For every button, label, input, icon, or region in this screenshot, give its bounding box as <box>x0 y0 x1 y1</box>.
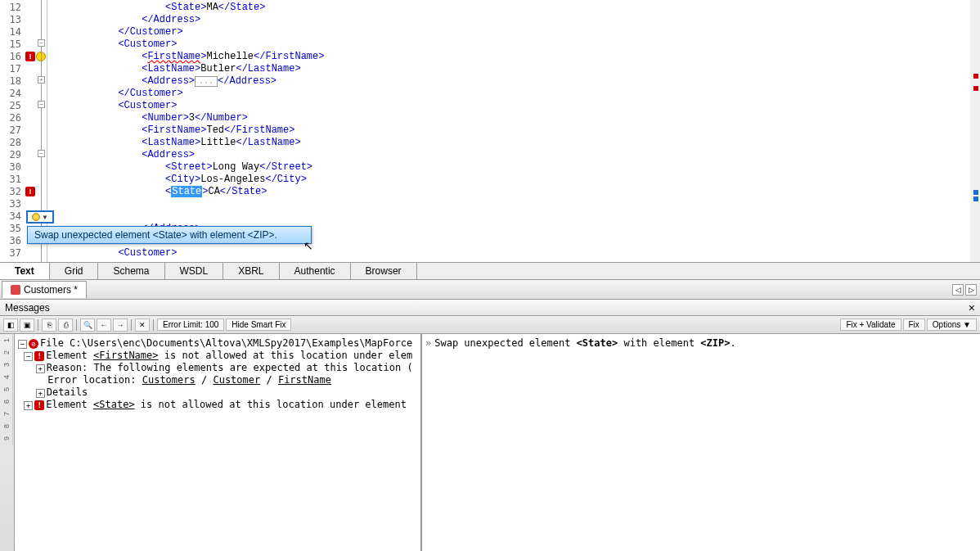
smartfix-suggestion[interactable]: Swap unexpected element <State> with ele… <box>27 226 312 244</box>
document-tab-bar: Customers * ◁ ▷ <box>0 280 980 300</box>
fold-toggle[interactable] <box>38 150 45 157</box>
document-tab-label: Customers * <box>24 284 78 296</box>
toolbar-button[interactable]: ◧ <box>3 318 18 332</box>
fold-toggle[interactable] <box>38 76 45 84</box>
smartfix-dropdown-button[interactable]: ▼ <box>26 210 54 224</box>
annotation-ruler[interactable] <box>970 0 980 262</box>
messages-toolbar: ◧ ▣ ⎘ ⎙ 🔍 ← → ✕ Error Limit: 100 Hide Sm… <box>0 316 980 334</box>
close-icon[interactable]: × <box>969 301 975 314</box>
document-tab[interactable]: Customers * <box>2 281 87 298</box>
location-mark[interactable] <box>973 190 978 195</box>
view-mode-tabs: TextGridSchemaWSDLXBRLAuthenticBrowser <box>0 262 980 280</box>
tab-next-button[interactable]: ▷ <box>965 284 977 296</box>
toolbar-button[interactable]: ▣ <box>20 318 34 332</box>
toolbar-button[interactable]: ← <box>97 318 111 332</box>
error-text: Element <FirstName> is not allowed at th… <box>46 350 412 361</box>
bulb-icon <box>32 213 40 221</box>
smartfix-detail: »Swap unexpected element <State> with el… <box>422 334 980 551</box>
options-button[interactable]: Options ▼ <box>927 318 977 331</box>
fold-toggle[interactable] <box>38 39 45 47</box>
messages-panel-header: Messages × <box>0 300 980 316</box>
messages-title: Messages <box>5 302 50 314</box>
error-text-2: Element <State> is not allowed at this l… <box>46 399 412 410</box>
toolbar-button[interactable]: 🔍 <box>80 318 95 332</box>
toolbar-button[interactable]: ⎘ <box>42 318 56 332</box>
view-tab-text[interactable]: Text <box>0 263 50 279</box>
view-tab-xbrl[interactable]: XBRL <box>223 263 279 279</box>
chevron-down-icon: ▼ <box>42 214 48 221</box>
error-limit-label[interactable]: Error Limit: 100 <box>157 318 224 331</box>
toolbar-button[interactable]: ⎙ <box>58 318 73 332</box>
error-mark[interactable] <box>973 86 978 91</box>
xml-file-icon <box>11 285 20 295</box>
messages-tree[interactable]: −⊘File C:\Users\enc\Documents\Altova\XML… <box>15 334 422 551</box>
messages-body: 123456789 −⊘File C:\Users\enc\Documents\… <box>0 334 980 551</box>
view-tab-wsdl[interactable]: WSDL <box>165 263 224 279</box>
code-editor[interactable]: 1213141516171824252627282930313233343536… <box>0 0 980 262</box>
code-content[interactable]: <State>MA</State> </Address> </Customer>… <box>47 0 980 262</box>
tab-prev-button[interactable]: ◁ <box>952 284 964 296</box>
view-tab-grid[interactable]: Grid <box>50 263 99 279</box>
toolbar-button[interactable]: → <box>113 318 128 332</box>
clear-button[interactable]: ✕ <box>135 318 150 332</box>
location-mark[interactable] <box>973 196 978 201</box>
fold-toggle[interactable] <box>38 101 45 108</box>
view-tab-schema[interactable]: Schema <box>98 263 164 279</box>
view-tab-authentic[interactable]: Authentic <box>280 263 351 279</box>
line-number-gutter: 1213141516171824252627282930313233343536… <box>0 0 25 262</box>
error-mark[interactable] <box>973 74 978 79</box>
hide-smartfix-button[interactable]: Hide Smart Fix <box>226 318 291 331</box>
fix-button[interactable]: Fix <box>903 318 925 331</box>
message-tab-strip[interactable]: 123456789 <box>0 334 15 551</box>
fix-validate-button[interactable]: Fix + Validate <box>840 318 901 331</box>
view-tab-browser[interactable]: Browser <box>351 263 417 279</box>
